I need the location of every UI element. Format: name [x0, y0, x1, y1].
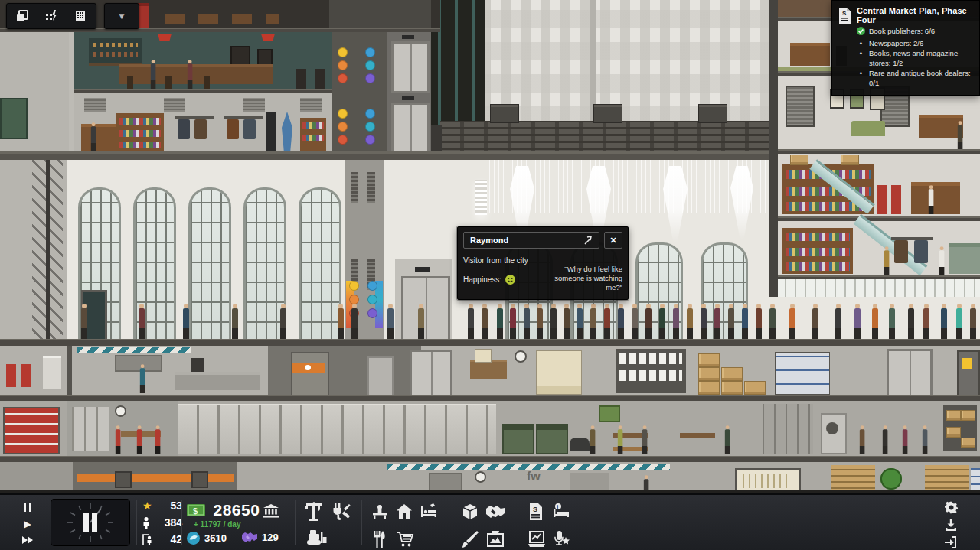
person-sprite[interactable] — [90, 122, 96, 151]
clothing-store[interactable] — [74, 93, 332, 153]
service-floor-b[interactable] — [0, 401, 980, 456]
pause-button[interactable] — [20, 502, 35, 514]
person-sprite[interactable] — [789, 304, 796, 339]
person-sprite[interactable] — [888, 304, 896, 339]
person-sprite[interactable] — [645, 304, 652, 339]
person-sprite[interactable] — [231, 304, 239, 339]
person-sprite[interactable] — [700, 304, 707, 339]
close-popup-button[interactable]: ✕ — [604, 232, 622, 249]
floor-layers-button[interactable] — [15, 8, 30, 24]
person-sprite[interactable] — [80, 304, 88, 339]
person-sprite[interactable] — [755, 304, 763, 339]
demolish-button[interactable] — [305, 529, 328, 547]
person-sprite[interactable] — [686, 304, 694, 339]
menu-hotel-button[interactable] — [420, 503, 438, 521]
person-sprite[interactable] — [956, 304, 963, 339]
person-name-field[interactable]: Raymond — [463, 232, 599, 249]
person-sprite[interactable] — [923, 304, 930, 339]
person-sprite[interactable] — [741, 304, 749, 339]
person-sprite[interactable] — [871, 304, 879, 339]
menu-contracts-button[interactable]: S — [527, 503, 545, 521]
menu-prestige-button[interactable] — [551, 530, 571, 548]
person-sprite[interactable] — [928, 185, 934, 214]
utilities-button[interactable] — [331, 501, 352, 522]
service-floor-a[interactable] — [0, 346, 980, 395]
person-sprite[interactable] — [812, 304, 819, 339]
person-sprite[interactable] — [617, 304, 625, 339]
person-sprite[interactable] — [563, 304, 570, 339]
person-sprite[interactable] — [884, 246, 890, 275]
person-sprite[interactable] — [523, 304, 531, 339]
person-sprite[interactable] — [939, 246, 945, 275]
elevator-shaft[interactable] — [387, 32, 431, 153]
settings-button[interactable] — [943, 500, 959, 514]
utilities-overlay-button[interactable] — [44, 8, 59, 24]
person-sprite[interactable] — [590, 304, 597, 339]
person-sprite[interactable] — [115, 425, 121, 454]
storage-lockers[interactable] — [178, 404, 496, 454]
person-sprite[interactable] — [509, 304, 517, 339]
person-sprite[interactable] — [854, 304, 861, 339]
service-floor-c[interactable]: fw — [0, 462, 980, 493]
building-grid-button[interactable] — [73, 8, 88, 24]
person-sprite[interactable] — [940, 304, 948, 339]
person-sprite[interactable] — [724, 425, 730, 454]
exit-button[interactable] — [943, 535, 959, 549]
person-sprite[interactable] — [279, 304, 287, 339]
toolbar-collapse-button[interactable]: ▼ — [114, 8, 129, 24]
menu-goods-button[interactable] — [461, 503, 479, 521]
construction-button[interactable] — [303, 501, 325, 522]
person-sprite[interactable] — [882, 425, 888, 454]
person-sprite[interactable] — [859, 425, 865, 454]
save-button[interactable] — [943, 518, 959, 532]
person-sprite[interactable] — [590, 425, 596, 454]
menu-decor-button[interactable] — [461, 530, 479, 548]
person-sprite[interactable] — [672, 304, 680, 339]
favors-group[interactable]: 129 — [242, 532, 279, 543]
menu-deals-button[interactable] — [485, 503, 505, 521]
person-sprite[interactable] — [576, 304, 583, 339]
menu-restaurants-button[interactable] — [371, 530, 389, 548]
person-sprite[interactable] — [496, 304, 504, 339]
person-sprite[interactable] — [714, 304, 721, 339]
person-sprite[interactable] — [467, 304, 475, 339]
person-sprite[interactable] — [536, 304, 544, 339]
utility-shaft[interactable] — [332, 32, 387, 153]
person-sprite[interactable] — [969, 304, 977, 339]
dumpster[interactable] — [0, 98, 28, 139]
person-sprite[interactable] — [155, 425, 161, 454]
person-sprite[interactable] — [351, 304, 358, 339]
menu-reports-button[interactable] — [527, 530, 547, 548]
person-sprite[interactable] — [550, 304, 557, 339]
person-sprite[interactable] — [417, 304, 425, 339]
stat-visitors[interactable]: 42 — [142, 533, 182, 545]
person-sprite[interactable] — [907, 304, 915, 339]
person-sprite[interactable] — [138, 304, 145, 339]
person-sprite[interactable] — [835, 304, 842, 339]
stat-population[interactable]: 384 — [142, 516, 182, 529]
menu-tenants-button[interactable]: i — [551, 503, 571, 521]
menu-residential-button[interactable] — [395, 503, 413, 521]
person-sprite[interactable] — [658, 304, 666, 339]
menu-artwork-button[interactable] — [485, 530, 505, 548]
follow-person-button[interactable] — [580, 234, 597, 246]
stat-stars[interactable]: ★ 53 — [142, 500, 182, 512]
fast-forward-button[interactable] — [20, 534, 35, 546]
person-sprite[interactable] — [769, 304, 776, 339]
person-sprite[interactable] — [337, 304, 345, 339]
person-sprite[interactable] — [617, 425, 623, 454]
person-sprite[interactable] — [922, 425, 928, 454]
influence-group[interactable]: 3610 — [187, 532, 227, 545]
person-sprite[interactable] — [481, 304, 488, 339]
bar-room[interactable] — [74, 32, 332, 90]
goal-panel[interactable]: S Central Market Plan, Phase Four Book p… — [831, 0, 980, 96]
person-sprite[interactable] — [136, 425, 142, 454]
person-sprite[interactable] — [182, 304, 190, 339]
menu-offices-button[interactable] — [371, 503, 389, 521]
person-sprite[interactable] — [727, 304, 735, 339]
menu-retail-button[interactable] — [395, 530, 415, 548]
person-sprite[interactable] — [642, 425, 648, 454]
person-sprite[interactable] — [957, 121, 963, 150]
person-sprite[interactable] — [150, 60, 156, 89]
person-sprite[interactable] — [187, 60, 193, 89]
